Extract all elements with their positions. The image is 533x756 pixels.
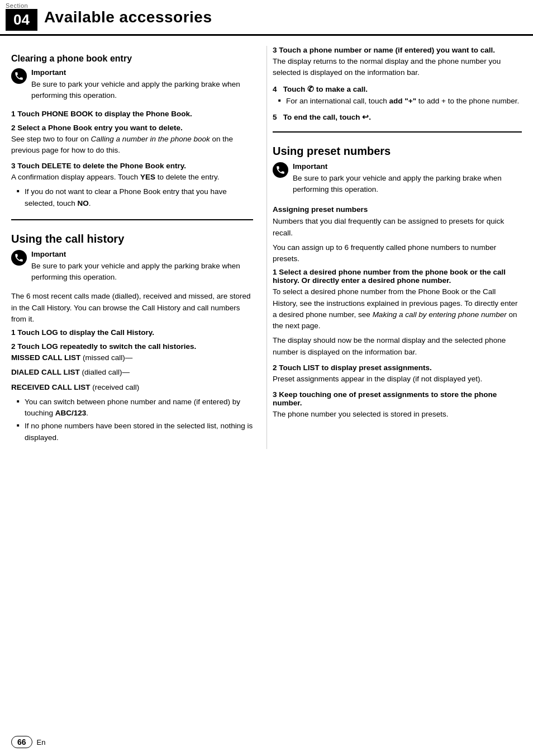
clearing-step2-header: 2 Select a Phone Book entry you want to … (11, 124, 253, 132)
preset-step3-body: The phone number you selected is stored … (273, 409, 522, 420)
clearing-important-box: Important Be sure to park your vehicle a… (11, 68, 253, 105)
preset-important-text: Be sure to park your vehicle and apply t… (293, 173, 522, 196)
phone-step5: 5 To end the call, touch ↩. (273, 112, 522, 121)
clearing-step2-body: See step two to four on Calling a number… (11, 134, 253, 157)
preset-step1: 1 Select a desired phone number from the… (273, 268, 522, 358)
clearing-important-label: Important (31, 68, 253, 77)
phone-step4-bullets: For an international call, touch add "+"… (273, 96, 522, 107)
left-column: Clearing a phone book entry Important Be… (11, 46, 266, 449)
preset-step2-header: 2 Touch LIST to display preset assignmen… (273, 363, 522, 372)
clearing-step3: 3 Touch DELETE to delete the Phone Book … (11, 162, 253, 209)
call-history-step1-header: 1 Touch LOG to display the Call History. (11, 328, 253, 337)
preset-important-block: Important Be sure to park your vehicle a… (293, 162, 522, 199)
call-history-step2-line3: RECEIVED CALL LIST (received call) (11, 382, 253, 393)
important-icon-preset (273, 162, 288, 178)
divider-call-history (11, 219, 253, 220)
important-icon-call-history (11, 250, 27, 266)
assigning-heading: Assigning preset numbers (273, 205, 522, 214)
right-column: 3 Touch a phone number or name (if enter… (266, 46, 522, 449)
clearing-step3-body1: A confirmation display appears. Touch YE… (11, 172, 253, 183)
phone-step5-header: 5 To end the call, touch ↩. (273, 112, 522, 121)
preset-step2-body: Preset assignments appear in the display… (273, 374, 522, 385)
call-history-important-block: Important Be sure to park your vehicle a… (31, 250, 253, 287)
call-history-bullet1: You can switch between phone number and … (17, 396, 253, 419)
preset-step3: 3 Keep touching one of preset assignment… (273, 390, 522, 420)
phone-step4: 4 Touch ✆ to make a call. For an interna… (273, 84, 522, 107)
phone-step3: 3 Touch a phone number or name (if enter… (273, 46, 522, 79)
clearing-important-block: Important Be sure to park your vehicle a… (31, 68, 253, 105)
phone-step4-bullet1: For an international call, touch add "+"… (278, 96, 522, 107)
call-history-heading: Using the call history (11, 233, 253, 245)
call-history-important-box: Important Be sure to park your vehicle a… (11, 250, 253, 287)
clearing-step3-bullets: If you do not want to clear a Phone Book… (11, 186, 253, 209)
phone-step4-header: 4 Touch ✆ to make a call. (273, 84, 522, 93)
call-history-step2-bullets: You can switch between phone number and … (11, 396, 253, 443)
section-number: 04 (6, 9, 37, 31)
divider-preset (273, 131, 522, 133)
clearing-heading: Clearing a phone book entry (11, 54, 253, 64)
call-history-intro: The 6 most recent calls made (dialled), … (11, 291, 253, 325)
call-history-step2: 2 Touch LOG repeatedly to switch the cal… (11, 342, 253, 443)
clearing-step1-header: 1 Touch PHONE BOOK to display the Phone … (11, 110, 253, 118)
page-number: 66 (11, 736, 32, 748)
main-content: Clearing a phone book entry Important Be… (0, 36, 533, 483)
clearing-step3-header: 3 Touch DELETE to delete the Phone Book … (11, 162, 253, 170)
section-label: Section (6, 2, 28, 9)
page-title: Available accessories (44, 8, 212, 26)
call-history-important-text: Be sure to park your vehicle and apply t… (31, 261, 253, 284)
preset-step1-body2: The display should now be the normal dis… (273, 335, 522, 358)
call-history-step1: 1 Touch LOG to display the Call History. (11, 328, 253, 337)
preset-step2: 2 Touch LIST to display preset assignmen… (273, 363, 522, 385)
preset-important-box: Important Be sure to park your vehicle a… (273, 162, 522, 199)
call-history-step2-line1: MISSED CALL LIST (missed call)— (11, 352, 253, 363)
clearing-bullet1: If you do not want to clear a Phone Book… (17, 186, 253, 209)
call-history-important-label: Important (31, 250, 253, 258)
preset-step1-body1: To select a desired phone number from th… (273, 286, 522, 332)
preset-important-label: Important (293, 162, 522, 171)
important-icon-clearing (11, 68, 27, 84)
clearing-step1: 1 Touch PHONE BOOK to display the Phone … (11, 110, 253, 118)
assigning-intro1: Numbers that you dial frequently can be … (273, 216, 522, 239)
page-language: En (37, 738, 46, 746)
preset-step3-header: 3 Keep touching one of preset assignment… (273, 390, 522, 407)
page-header: 04 Available accessories (0, 0, 533, 36)
clearing-step2: 2 Select a Phone Book entry you want to … (11, 124, 253, 157)
phone-step3-body: The display returns to the normal displa… (273, 56, 522, 79)
clearing-important-text: Be sure to park your vehicle and apply t… (31, 79, 253, 102)
call-history-bullet2: If no phone numbers have been stored in … (17, 420, 253, 443)
preset-step1-header: 1 Select a desired phone number from the… (273, 268, 522, 285)
preset-heading: Using preset numbers (273, 145, 522, 158)
assigning-intro2: You can assign up to 6 frequently called… (273, 242, 522, 265)
phone-step3-header: 3 Touch a phone number or name (if enter… (273, 46, 522, 54)
call-history-step2-line2: DIALED CALL LIST (dialled call)— (11, 367, 253, 378)
call-history-step2-header: 2 Touch LOG repeatedly to switch the cal… (11, 342, 253, 351)
page-footer: 66 En (11, 736, 45, 748)
